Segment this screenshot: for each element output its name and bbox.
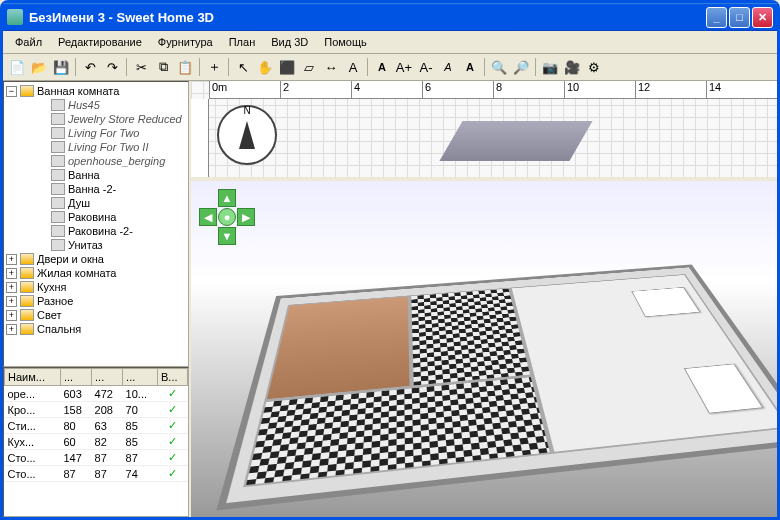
tree-folder[interactable]: +Спальня (6, 322, 186, 336)
nav-center-icon[interactable]: ● (218, 208, 236, 226)
tree-item[interactable]: Ванна -2- (6, 182, 186, 196)
add-furniture-icon[interactable]: ＋ (204, 57, 224, 77)
tree-item[interactable]: Hus45 (6, 98, 186, 112)
video-icon[interactable]: 🎥 (562, 57, 582, 77)
table-row[interactable]: Сти...806385✓ (5, 418, 188, 434)
tree-item[interactable]: Jewelry Store Reduced (6, 112, 186, 126)
zoom-out-icon[interactable]: 🔎 (511, 57, 531, 77)
tree-item[interactable]: openhouse_berging (6, 154, 186, 168)
menu-help[interactable]: Помощь (318, 34, 373, 50)
maximize-button[interactable]: □ (729, 7, 750, 28)
tree-item[interactable]: Living For Two II (6, 140, 186, 154)
nav-left-icon[interactable]: ◀ (199, 208, 217, 226)
ruler-horizontal: 0m2468101214 (209, 81, 777, 99)
tree-item[interactable]: Living For Two (6, 126, 186, 140)
wall-icon[interactable]: ⬛ (277, 57, 297, 77)
tree-item[interactable]: Раковина -2- (6, 224, 186, 238)
furniture-tree[interactable]: −Ванная комната Hus45Jewelry Store Reduc… (3, 81, 189, 367)
pan-icon[interactable]: ✋ (255, 57, 275, 77)
room-icon[interactable]: ▱ (299, 57, 319, 77)
minimize-button[interactable]: _ (706, 7, 727, 28)
close-button[interactable]: ✕ (752, 7, 773, 28)
toolbar: 📄 📂 💾 ↶ ↷ ✂ ⧉ 📋 ＋ ↖ ✋ ⬛ ▱ ↔ A A A+ A- A … (3, 54, 777, 81)
dimension-icon[interactable]: ↔ (321, 57, 341, 77)
column-header[interactable]: Наим... (5, 369, 61, 386)
titlebar[interactable]: БезИмени 3 - Sweet Home 3D _ □ ✕ (3, 3, 777, 31)
column-header[interactable]: ... (61, 369, 92, 386)
tree-root[interactable]: −Ванная комната (6, 84, 186, 98)
view-3d[interactable]: ▲ ▼ ◀ ▶ ● (191, 181, 777, 517)
tree-item[interactable]: Унитаз (6, 238, 186, 252)
menu-plan[interactable]: План (223, 34, 262, 50)
menu-view3d[interactable]: Вид 3D (265, 34, 314, 50)
copy-icon[interactable]: ⧉ (153, 57, 173, 77)
window-title: БезИмени 3 - Sweet Home 3D (29, 10, 704, 25)
paste-icon[interactable]: 📋 (175, 57, 195, 77)
plan-model[interactable] (439, 121, 592, 161)
tree-item[interactable]: Душ (6, 196, 186, 210)
floor-3d[interactable] (216, 264, 777, 510)
furniture-sofa[interactable] (632, 287, 700, 317)
italic-icon[interactable]: A (438, 57, 458, 77)
plan-view[interactable]: 0m2468101214 (191, 81, 777, 181)
nav-right-icon[interactable]: ▶ (237, 208, 255, 226)
tree-folder[interactable]: +Свет (6, 308, 186, 322)
nav-up-icon[interactable]: ▲ (218, 189, 236, 207)
table-row[interactable]: Кро...15820870✓ (5, 402, 188, 418)
select-icon[interactable]: ↖ (233, 57, 253, 77)
furniture-chair[interactable] (683, 363, 763, 413)
text-plus-icon[interactable]: A+ (394, 57, 414, 77)
menu-file[interactable]: Файл (9, 34, 48, 50)
undo-icon[interactable]: ↶ (80, 57, 100, 77)
column-header[interactable]: ... (123, 369, 158, 386)
table-row[interactable]: Кух...608285✓ (5, 434, 188, 450)
settings-icon[interactable]: ⚙ (584, 57, 604, 77)
menu-edit[interactable]: Редактирование (52, 34, 148, 50)
tree-folder[interactable]: +Кухня (6, 280, 186, 294)
text-icon[interactable]: A (343, 57, 363, 77)
text-minus-icon[interactable]: A- (416, 57, 436, 77)
app-icon (7, 9, 23, 25)
save-icon[interactable]: 💾 (51, 57, 71, 77)
column-header[interactable]: ... (92, 369, 123, 386)
tree-folder[interactable]: +Двери и окна (6, 252, 186, 266)
furniture-table[interactable]: Наим............В... оре...60347210...✓К… (3, 367, 189, 517)
table-row[interactable]: Сто...878774✓ (5, 466, 188, 482)
tree-folder[interactable]: +Разное (6, 294, 186, 308)
menubar: Файл Редактирование Фурнитура План Вид 3… (3, 31, 777, 54)
text-bold-icon[interactable]: A (372, 57, 392, 77)
table-row[interactable]: оре...60347210...✓ (5, 386, 188, 402)
nav-pad: ▲ ▼ ◀ ▶ ● (199, 189, 255, 245)
table-row[interactable]: Сто...1478787✓ (5, 450, 188, 466)
ruler-vertical (191, 99, 209, 177)
nav-down-icon[interactable]: ▼ (218, 227, 236, 245)
open-icon[interactable]: 📂 (29, 57, 49, 77)
zoom-in-icon[interactable]: 🔍 (489, 57, 509, 77)
new-icon[interactable]: 📄 (7, 57, 27, 77)
tree-item[interactable]: Ванна (6, 168, 186, 182)
menu-furniture[interactable]: Фурнитура (152, 34, 219, 50)
column-header[interactable]: В... (158, 369, 188, 386)
room-bedroom[interactable] (264, 295, 412, 401)
bold-icon[interactable]: A (460, 57, 480, 77)
room-living[interactable] (510, 274, 777, 453)
redo-icon[interactable]: ↷ (102, 57, 122, 77)
camera-icon[interactable]: 📷 (540, 57, 560, 77)
cut-icon[interactable]: ✂ (131, 57, 151, 77)
tree-folder[interactable]: +Жилая комната (6, 266, 186, 280)
tree-item[interactable]: Раковина (6, 210, 186, 224)
compass-icon[interactable] (217, 105, 277, 165)
